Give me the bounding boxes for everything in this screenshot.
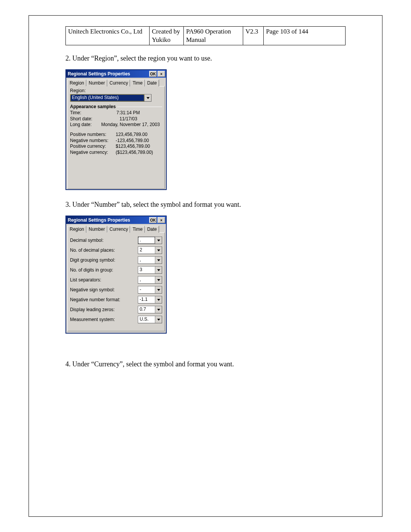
header-page: Page 103 of 144 [264,27,346,45]
close-button[interactable]: × [158,217,165,223]
leading-zeros-dropdown[interactable]: 0.7 [138,306,162,313]
header-version: V2.3 [243,27,264,45]
ok-button[interactable]: OK [149,217,157,223]
chevron-down-icon[interactable] [155,286,162,293]
tab-date[interactable]: Date [145,80,159,86]
chevron-down-icon[interactable] [155,267,162,273]
neg-sign-label: Negative sign symbol: [70,287,135,292]
close-button[interactable]: × [158,71,165,77]
decimal-places-label: No. of decimal places: [70,248,135,253]
regional-settings-dialog-region: Regional Settings Properties OK × Region… [65,69,167,190]
tab-time[interactable]: Time [130,80,145,86]
titlebar: Regional Settings Properties OK × [66,216,166,224]
tab-number[interactable]: Number [86,80,107,86]
chevron-down-icon[interactable] [155,237,162,244]
measurement-label: Measurement system: [70,317,135,322]
region-dropdown[interactable]: English (United States) [70,94,151,102]
tab-region[interactable]: Region [67,226,86,233]
chevron-down-icon[interactable] [155,296,162,303]
tab-currency[interactable]: Currency [107,226,131,233]
tabstrip: Region Number Currency Time Date [66,78,166,86]
tabpage-region: Region: English (United States) Appearan… [67,86,165,189]
step-3-text: 3. Under “Number” tab, select the symbol… [65,201,346,209]
grouping-symbol-label: Digit grouping symbol: [70,257,135,263]
chevron-down-icon[interactable] [155,276,162,283]
chevron-down-icon[interactable] [155,257,162,264]
chevron-down-icon[interactable] [155,306,162,313]
region-value: English (United States) [70,94,144,101]
regional-settings-dialog-number: Regional Settings Properties OK × Region… [65,216,167,334]
tab-date[interactable]: Date [145,226,159,233]
list-sep-dropdown[interactable]: , [138,276,162,284]
chevron-down-icon[interactable] [144,94,151,101]
header-created: Created by Yukiko [150,27,184,45]
leading-zeros-label: Display leading zeros: [70,307,135,312]
tab-number[interactable]: Number [86,226,107,233]
tab-region[interactable]: Region [67,80,86,86]
header-doc: PA960 Operation Manual [184,27,243,45]
appearance-samples: Time:7:31:14 PM Short date:11/17/03 Long… [70,110,162,155]
appearance-samples-label: Appearance samples [70,104,162,109]
grouping-symbol-dropdown[interactable]: , [138,256,162,264]
digits-group-dropdown[interactable]: 3 [138,266,162,274]
tabpage-number: Decimal symbol: . No. of decimal places:… [67,232,165,331]
decimal-places-dropdown[interactable]: 2 [138,246,162,254]
dialog-title: Regional Settings Properties [68,217,148,223]
list-sep-label: List separators: [70,277,135,283]
digits-group-label: No. of digits in group: [70,267,135,273]
tab-currency[interactable]: Currency [107,80,131,86]
chevron-down-icon[interactable] [155,247,162,254]
step-4-text: 4. Under “Currency”, select the symbol a… [65,360,346,368]
tab-time[interactable]: Time [130,226,145,233]
region-label: Region: [70,88,162,93]
neg-sign-dropdown[interactable]: - [138,286,162,294]
dialog-title: Regional Settings Properties [68,71,148,77]
neg-format-dropdown[interactable]: -1.1 [138,296,162,304]
decimal-symbol-dropdown[interactable]: . [138,236,162,244]
ok-button[interactable]: OK [149,71,157,77]
neg-format-label: Negative number format: [70,297,135,302]
header-company: Unitech Electronics Co., Ltd [66,27,150,45]
step-2-text: 2. Under “Region”, select the region you… [65,54,346,62]
tabstrip: Region Number Currency Time Date [66,224,166,232]
titlebar: Regional Settings Properties OK × [66,70,166,78]
chevron-down-icon[interactable] [155,316,162,323]
decimal-symbol-label: Decimal symbol: [70,238,135,243]
header-table: Unitech Electronics Co., Ltd Created by … [65,26,346,45]
measurement-dropdown[interactable]: U.S. [138,316,162,323]
